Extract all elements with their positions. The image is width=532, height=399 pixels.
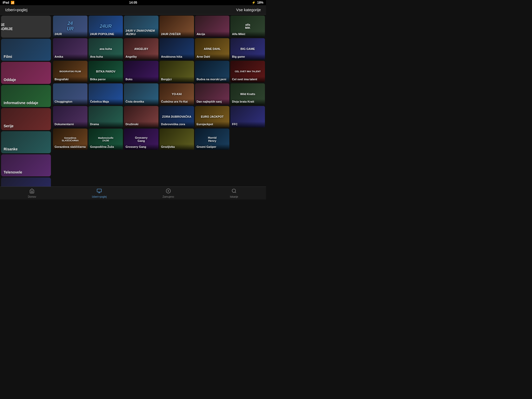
grid-item-eurojackpot[interactable]: EURO JACKPOTEurojackpot bbox=[195, 106, 230, 128]
grid-item-overlay-grossery-gang: Grossery Gang bbox=[126, 136, 157, 142]
grid-item-angelby[interactable]: ANGELBYAngelby bbox=[124, 38, 158, 60]
grid-item-cista-desetka[interactable]: Čista desetka bbox=[124, 83, 158, 105]
svg-line-6 bbox=[235, 192, 236, 193]
grid-item-gorazdova-slascicarna[interactable]: Gorazdova SLAŠČIČARNAGorazdova slaščičar… bbox=[53, 129, 88, 150]
sidebar-item-label-telenovele: Telenovele bbox=[4, 170, 22, 174]
bluetooth-icon: ⚡ bbox=[252, 1, 256, 4]
grid-item-grozljivka[interactable]: Grozljivka bbox=[159, 129, 194, 150]
nav-icon-domov bbox=[29, 188, 35, 195]
grid-item-budva-na-morski-peni[interactable]: Budva na morski peni bbox=[195, 61, 230, 82]
grid-item-label-budva-na-morski-peni: Budva na morski peni bbox=[195, 77, 230, 82]
nav-item-izberi-poglej[interactable]: Izberi+poglej bbox=[87, 187, 112, 199]
grid-item-label-chuggington: Chuggington bbox=[53, 99, 88, 105]
main-content: VSE KATEGORIJEFilmiOddajeInformativne od… bbox=[0, 15, 266, 187]
grid-item-biografski[interactable]: BIOGRAFSKI FILMIBiografski bbox=[53, 61, 88, 82]
sidebar-item-label-risanke: Risanke bbox=[4, 147, 18, 151]
sidebar-item-risanke[interactable]: Risanke bbox=[1, 131, 51, 153]
grid-item-24ur-zvecer[interactable]: 24UR ZVEČER bbox=[159, 16, 194, 37]
grid-item-label-24ur-zvecer: 24UR ZVEČER bbox=[159, 31, 194, 37]
grid-item-label-alfa-mikic: Alfa Mikić bbox=[230, 31, 265, 37]
grid-item-ana-kuha[interactable]: ana kuhaAna kuha bbox=[89, 38, 123, 60]
sidebar-item-oddaje[interactable]: Oddaje bbox=[1, 62, 51, 84]
grid-item-anubisova-hisa[interactable]: Anubisova hiša bbox=[159, 38, 194, 60]
grid-item-big-game[interactable]: BIG GAMEBig game bbox=[230, 38, 265, 60]
grid-item-label-akcija: Akcija bbox=[195, 31, 230, 37]
sidebar-item-serije[interactable]: Serije bbox=[1, 108, 51, 130]
grid-item-akcija[interactable]: Akcija bbox=[195, 16, 230, 37]
grid-item-dubrovniska-zora[interactable]: ZORA DUBROVAČKADubrovniška zora bbox=[159, 106, 194, 128]
grid-item-label-gorazdova-slascicarna: Gorazdova slaščičarna bbox=[53, 144, 88, 150]
grid-item-label-cel-svet-ima-talent: Cel svet ima talent bbox=[230, 77, 265, 82]
status-time: 14:05 bbox=[129, 1, 137, 4]
nav-item-domov[interactable]: Domov bbox=[23, 187, 41, 199]
grid-item-chuggington[interactable]: Chuggington bbox=[53, 83, 88, 105]
grid-item-cebelica-maja[interactable]: Čebelica Maja bbox=[89, 83, 123, 105]
grid-item-grozni-gasper[interactable]: Horrid HenryGrozni Gašper bbox=[195, 129, 230, 150]
nav-item-zamujeno[interactable]: Zamujeno bbox=[157, 187, 179, 199]
sidebar-item-filmi[interactable]: Filmi bbox=[1, 39, 51, 61]
nav-item-iskanje[interactable]: Iskanje bbox=[225, 187, 243, 199]
grid-area: 24 UR24UR24UR24UR POPOLDNE24UR V ZNAKOVN… bbox=[52, 15, 266, 187]
grid-item-label-amika: Amika bbox=[53, 54, 88, 60]
grid-item-cel-svet-ima-talent[interactable]: CEL SVET IMA TALENTCel svet ima talent bbox=[230, 61, 265, 82]
grid-item-label-dubrovniska-zora: Dubrovniška zora bbox=[159, 122, 194, 127]
header-right-title: Vse kategorije bbox=[236, 8, 261, 12]
grid-item-overlay-cudezna-ura-yo-kai: YO-KAI bbox=[161, 92, 192, 96]
grid-item-24ur[interactable]: 24 UR24UR bbox=[53, 16, 88, 37]
grid-item-alfa-mikic[interactable]: alfa MIKAlfa Mikić bbox=[230, 16, 265, 37]
grid-item-overlay-gorazdova-slascicarna: Gorazdova SLAŠČIČARNA bbox=[55, 137, 86, 142]
svg-marker-4 bbox=[168, 190, 169, 192]
grid-item-label-gospodicna-zuza: Gospodična Žuža bbox=[89, 144, 123, 150]
grid-item-gospodicna-zuza[interactable]: Mademoiselle ZAZIEGospodična Žuža bbox=[89, 129, 123, 150]
grid-item-label-24ur-znakovnem-jeziku: 24UR V ZNAKOVNEM JEZIKU bbox=[124, 28, 158, 37]
sidebar-item-sport[interactable]: Šport bbox=[1, 177, 51, 187]
grid-item-overlay-big-game: BIG GAME bbox=[232, 47, 263, 50]
nav-label-domov: Domov bbox=[28, 195, 36, 198]
grid-item-label-cudezna-ura-yo-kai: Čudežna ura Yo Kai bbox=[159, 99, 194, 105]
grid-item-druzinski[interactable]: Družinski bbox=[124, 106, 158, 128]
grid-item-dokumentarni[interactable]: Dokumentarni bbox=[53, 106, 88, 128]
sidebar-item-label-informativne-oddaje: Informativne oddaje bbox=[4, 101, 38, 105]
grid-item-24ur-popoldne[interactable]: 24UR24UR POPOLDNE bbox=[89, 16, 123, 37]
sidebar-item-label-vse-kategorije: VSE KATEGORIJE bbox=[1, 23, 26, 31]
grid-item-arne-dahl[interactable]: ARNE DAHLArne Dahl bbox=[195, 38, 230, 60]
grid-item-divja-brata-kratt[interactable]: Wild KrattsDivja brata Kratt bbox=[230, 83, 265, 105]
grid-item-overlay-eurojackpot: EURO JACKPOT bbox=[197, 115, 228, 118]
grid-item-label-ana-kuha: Ana kuha bbox=[89, 54, 123, 60]
grid-item-label-druzinski: Družinski bbox=[124, 122, 158, 127]
wifi-icon: 📶 bbox=[11, 1, 15, 4]
sidebar-item-vse-kategorije[interactable]: VSE KATEGORIJE bbox=[1, 16, 51, 38]
grid-item-overlay-biografski: BIOGRAFSKI FILMI bbox=[55, 70, 86, 73]
grid-item-label-grozni-gasper: Grozni Gašper bbox=[195, 144, 230, 150]
nav-label-zamujeno: Zamujeno bbox=[163, 195, 174, 198]
grid-item-drama[interactable]: Drama bbox=[89, 106, 123, 128]
grid-item-overlay-arne-dahl: ARNE DAHL bbox=[197, 47, 228, 50]
grid-item-cudezna-ura-yo-kai[interactable]: YO-KAIČudežna ura Yo Kai bbox=[159, 83, 194, 105]
grid-item-overlay-dubrovniska-zora: ZORA DUBROVAČKA bbox=[161, 115, 192, 118]
grid-item-label-angelby: Angelby bbox=[124, 54, 158, 60]
status-right: ⚡ 18% bbox=[252, 1, 263, 4]
svg-point-5 bbox=[232, 189, 235, 192]
status-left: iPad 📶 bbox=[3, 1, 15, 4]
nav-label-iskanje: Iskanje bbox=[230, 195, 238, 198]
sidebar-item-informativne-oddaje[interactable]: Informativne oddaje bbox=[1, 85, 51, 107]
grid-item-overlay-gospodicna-zuza: Mademoiselle ZAZIE bbox=[90, 137, 121, 142]
grid-item-overlay-angelby: ANGELBY bbox=[126, 47, 157, 50]
grid-item-label-anubisova-hisa: Anubisova hiša bbox=[159, 54, 194, 60]
grid-item-amika[interactable]: Amika bbox=[53, 38, 88, 60]
grid-item-label-grossery-gang: Grossery Gang bbox=[124, 144, 158, 150]
grid-item-label-big-game: Big game bbox=[230, 54, 265, 60]
grid-item-ffc[interactable]: FFC bbox=[230, 106, 265, 128]
grid-item-boks[interactable]: Boks bbox=[124, 61, 158, 82]
grid-item-24ur-znakovnem-jeziku[interactable]: 24UR V ZNAKOVNEM JEZIKU bbox=[124, 16, 158, 37]
grid-item-bitka-parov[interactable]: BITKA PAROVBitka parov bbox=[89, 61, 123, 82]
grid-item-grossery-gang[interactable]: Grossery GangGrossery Gang bbox=[124, 129, 158, 150]
grid-item-label-dan-najlepsih-sanj: Dan najlepših sanj bbox=[195, 99, 230, 105]
sidebar-item-telenovele[interactable]: Telenovele bbox=[1, 154, 51, 176]
grid-item-dan-najlepsih-sanj[interactable]: Dan najlepših sanj bbox=[195, 83, 230, 105]
status-bar: iPad 📶 14:05 ⚡ 18% bbox=[0, 0, 266, 5]
grid-item-borgijci[interactable]: Borgijci bbox=[159, 61, 194, 82]
sidebar: VSE KATEGORIJEFilmiOddajeInformativne od… bbox=[0, 15, 52, 187]
grid-item-label-arne-dahl: Arne Dahl bbox=[195, 54, 230, 60]
bottom-nav: DomovIzberi+poglejZamujenoIskanje bbox=[0, 187, 266, 200]
